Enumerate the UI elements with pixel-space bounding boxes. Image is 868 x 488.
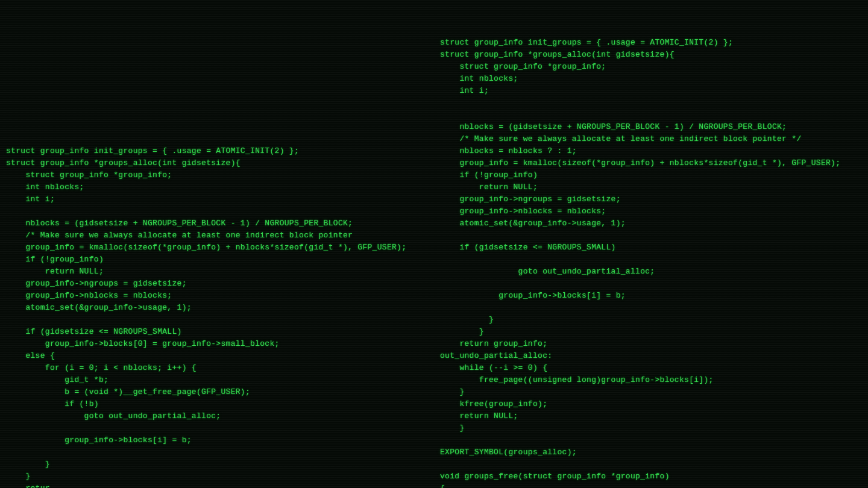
crt-screen: struct group_info init_groups = { .usage…	[0, 0, 868, 488]
code-pane-left: struct group_info init_groups = { .usage…	[6, 145, 434, 488]
code-pane-right: struct group_info init_groups = { .usage…	[440, 37, 865, 488]
